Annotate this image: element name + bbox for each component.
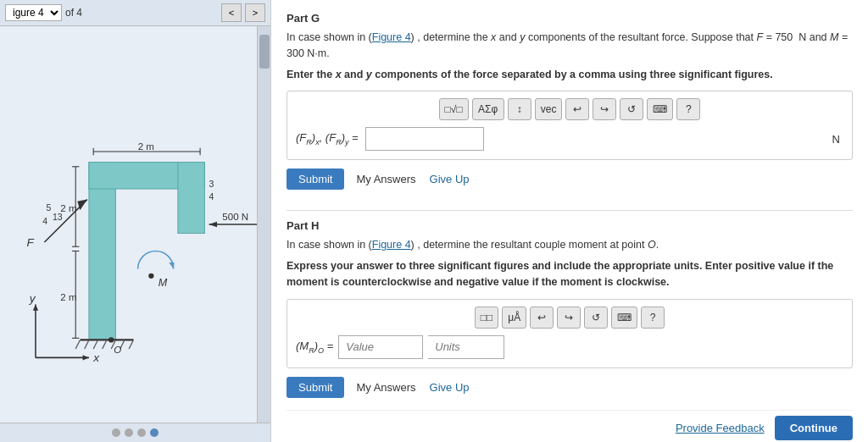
figure-of-label: of 4	[65, 7, 82, 19]
toolbar-h-refresh-btn[interactable]: ↺	[584, 307, 608, 329]
toolbar-g-keyboard-btn[interactable]: ⌨	[647, 98, 673, 120]
svg-text:2 m: 2 m	[138, 141, 154, 152]
right-panel: Part G In case shown in (Figure 4) , det…	[271, 0, 868, 442]
svg-point-18	[108, 337, 114, 342]
part-h-my-answers-label: My Answers	[356, 381, 415, 394]
part-g-give-up-link[interactable]: Give Up	[430, 173, 470, 185]
toolbar-g-arrows-btn[interactable]: ↕	[508, 98, 531, 120]
toolbar-g-vec-btn[interactable]: vec	[535, 98, 563, 120]
part-h-section: Part H In case shown in (Figure 4) , det…	[287, 219, 853, 409]
dot-1[interactable]	[112, 428, 120, 437]
svg-text:x: x	[92, 351, 100, 364]
toolbar-h-matrix-btn[interactable]: □□	[475, 307, 499, 329]
scroll-thumb	[259, 35, 270, 69]
vec-icon: vec	[541, 103, 557, 115]
part-g-unit: N	[832, 133, 843, 146]
svg-text:O: O	[114, 345, 121, 355]
dot-4[interactable]	[150, 428, 159, 437]
keyboard-h-icon: ⌨	[617, 312, 632, 323]
svg-text:y: y	[29, 292, 36, 305]
updown-icon: ↕	[517, 103, 522, 115]
left-panel: igure 4 of 4 < > x y	[0, 0, 271, 442]
help-h-icon: ?	[650, 312, 656, 323]
svg-point-44	[148, 273, 153, 279]
section-divider	[287, 210, 853, 211]
dots-bar	[0, 423, 270, 442]
figure-nav: igure 4 of 4 < >	[0, 0, 270, 26]
part-h-answer-box: □□ μÅ ↩ ↪ ↺ ⌨ ? (MR)O =	[287, 299, 853, 368]
svg-text:4: 4	[42, 217, 47, 226]
diagram-area: x y O 2 m	[0, 26, 270, 423]
sigma-icon: AΣφ	[478, 103, 498, 115]
svg-text:13: 13	[53, 213, 63, 222]
figure4-link-h[interactable]: Figure 4	[372, 239, 411, 251]
dot-3[interactable]	[137, 428, 146, 437]
undo-icon: ↩	[573, 103, 581, 115]
toolbar-h-redo-btn[interactable]: ↪	[557, 307, 581, 329]
part-h-submit-button[interactable]: Submit	[287, 377, 344, 398]
figure4-link-g[interactable]: Figure 4	[372, 31, 411, 43]
scroll-bar[interactable]	[257, 26, 270, 423]
part-g-section: Part G In case shown in (Figure 4) , det…	[287, 12, 853, 202]
toolbar-g-matrix-btn[interactable]: □√□	[439, 98, 469, 120]
svg-text:500 N: 500 N	[222, 212, 248, 222]
redo-h-icon: ↪	[565, 312, 573, 323]
nav-prev-button[interactable]: <	[221, 3, 242, 22]
part-h-title: Part H	[287, 219, 853, 232]
part-g-input-label: (FR)x, (FR)y =	[296, 131, 359, 146]
svg-text:5: 5	[47, 203, 52, 213]
part-g-submit-button[interactable]: Submit	[287, 169, 344, 190]
svg-rect-9	[178, 163, 204, 234]
toolbar-g-refresh-btn[interactable]: ↺	[620, 98, 643, 120]
undo-h-icon: ↩	[537, 312, 546, 323]
toolbar-h-units-btn[interactable]: μÅ	[502, 307, 526, 329]
part-h-toolbar: □□ μÅ ↩ ↪ ↺ ⌨ ?	[296, 307, 843, 329]
toolbar-h-help-btn[interactable]: ?	[641, 307, 665, 329]
part-g-toolbar: □√□ AΣφ ↕ vec ↩ ↪ ↺ ⌨ ?	[296, 98, 843, 120]
refresh-icon: ↺	[627, 103, 636, 115]
part-g-answer-input[interactable]	[365, 127, 484, 151]
toolbar-g-undo-btn[interactable]: ↩	[565, 98, 589, 120]
toolbar-g-symbol-btn[interactable]: AΣφ	[472, 98, 504, 120]
toolbar-h-undo-btn[interactable]: ↩	[530, 307, 554, 329]
help-icon: ?	[686, 103, 692, 115]
redo-icon: ↪	[600, 103, 609, 115]
part-g-text: In case shown in (Figure 4) , determine …	[287, 30, 853, 62]
matrix-h-icon: □□	[481, 312, 493, 323]
part-g-submit-row: Submit My Answers Give Up	[287, 169, 853, 190]
refresh-h-icon: ↺	[592, 312, 600, 323]
provide-feedback-link[interactable]: Provide Feedback	[676, 422, 765, 434]
nav-next-button[interactable]: >	[245, 3, 265, 22]
part-h-value-input[interactable]	[338, 335, 423, 359]
bottom-bar: Provide Feedback Continue	[287, 410, 853, 440]
part-g-my-answers-label: My Answers	[356, 173, 415, 185]
svg-text:4: 4	[209, 192, 214, 202]
svg-text:F: F	[26, 236, 34, 249]
figure-diagram: x y O 2 m	[0, 26, 270, 423]
svg-text:2 m: 2 m	[60, 292, 76, 302]
part-g-title: Part G	[287, 12, 853, 25]
part-h-input-row: (MR)O =	[296, 335, 843, 359]
continue-button[interactable]: Continue	[775, 416, 853, 440]
svg-text:3: 3	[209, 180, 214, 189]
matrix-icon: □√□	[445, 103, 463, 115]
part-g-input-row: (FR)x, (FR)y = N	[296, 127, 843, 151]
svg-text:M: M	[159, 277, 168, 289]
part-h-give-up-link[interactable]: Give Up	[430, 381, 470, 394]
toolbar-g-help-btn[interactable]: ?	[676, 98, 700, 120]
part-g-instruction: Enter the x and y components of the forc…	[287, 67, 853, 83]
units-icon: μÅ	[508, 312, 520, 323]
figure-select[interactable]: igure 4	[5, 4, 62, 21]
part-h-input-label: (MR)O =	[296, 340, 333, 355]
toolbar-h-keyboard-btn[interactable]: ⌨	[611, 307, 637, 329]
toolbar-g-redo-btn[interactable]: ↪	[593, 98, 616, 120]
part-h-submit-row: Submit My Answers Give Up	[287, 377, 853, 398]
part-h-text: In case shown in (Figure 4) , determine …	[287, 237, 853, 253]
keyboard-icon: ⌨	[653, 103, 667, 115]
part-h-units-input[interactable]	[428, 335, 504, 359]
dot-2[interactable]	[125, 428, 133, 437]
part-h-instruction: Express your answer to three significant…	[287, 258, 853, 290]
part-g-answer-box: □√□ AΣφ ↕ vec ↩ ↪ ↺ ⌨ ? (FR)x, (FR)y = N	[287, 91, 853, 160]
